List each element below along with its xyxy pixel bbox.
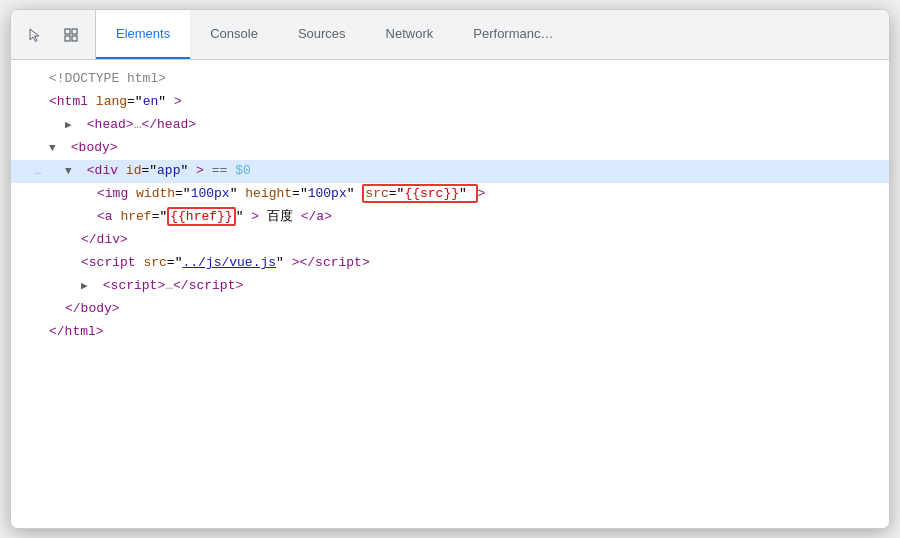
- tag-body-open: <body>: [71, 140, 118, 155]
- devtools-window: Elements Console Sources Network Perform…: [10, 9, 890, 529]
- code-line: <script src="../js/vue.js" ></script>: [11, 252, 889, 275]
- code-line: </body>: [11, 298, 889, 321]
- line-gutter: …: [19, 162, 49, 181]
- red-outline-href: {{href}}: [167, 207, 235, 226]
- triangle-right-icon[interactable]: ▶: [65, 116, 79, 135]
- cursor-icon: [27, 27, 43, 43]
- line-content: </body>: [49, 298, 881, 320]
- code-line: <html lang="en" >: [11, 91, 889, 114]
- tab-performance[interactable]: Performanc…: [453, 10, 573, 59]
- code-line: ▶ <head>…</head>: [11, 114, 889, 137]
- line-content: </div>: [49, 229, 881, 251]
- triangle-right-icon[interactable]: ▶: [81, 277, 95, 296]
- tab-elements[interactable]: Elements: [96, 10, 190, 59]
- tab-sources[interactable]: Sources: [278, 10, 366, 59]
- code-line: <!DOCTYPE html>: [11, 68, 889, 91]
- line-content: <a href="{{href}}" > 百度 </a>: [49, 206, 881, 228]
- doctype-text: <!DOCTYPE html>: [49, 71, 166, 86]
- line-content: ▼ <body>: [49, 137, 881, 159]
- line-content: ▶ <script>…</script>: [49, 275, 881, 297]
- tag-html-open: <html: [49, 94, 88, 109]
- attr-lang: lang: [96, 94, 127, 109]
- code-line: </html>: [11, 321, 889, 344]
- tag-div-open: <div: [87, 163, 118, 178]
- inspect-icon-button[interactable]: [57, 21, 85, 49]
- svg-rect-1: [65, 36, 70, 41]
- red-outline-src: src="{{src}}": [362, 184, 477, 203]
- line-content: <img width="100px" height="100px" src="{…: [49, 183, 881, 205]
- line-content: <html lang="en" >: [49, 91, 881, 113]
- code-line: ▶ <script>…</script>: [11, 275, 889, 298]
- cursor-icon-button[interactable]: [21, 21, 49, 49]
- tab-network[interactable]: Network: [366, 10, 454, 59]
- line-content: ▶ <head>…</head>: [49, 114, 881, 136]
- tag-head: <head>: [87, 117, 134, 132]
- code-area: <!DOCTYPE html> <html lang="en" > ▶ <hea…: [11, 60, 889, 528]
- line-content: <script src="../js/vue.js" ></script>: [49, 252, 881, 274]
- inspect-icon: [63, 27, 79, 43]
- code-line: ▼ <body>: [11, 137, 889, 160]
- line-content: ▼ <div id="app" > == $0: [49, 160, 881, 182]
- highlighted-code-line[interactable]: … ▼ <div id="app" > == $0: [11, 160, 889, 183]
- code-line: <img width="100px" height="100px" src="{…: [11, 183, 889, 206]
- svg-rect-3: [72, 36, 77, 41]
- svg-rect-0: [65, 29, 70, 34]
- triangle-down-icon[interactable]: ▼: [49, 139, 63, 158]
- tab-bar: Elements Console Sources Network Perform…: [11, 10, 889, 60]
- triangle-down-icon[interactable]: ▼: [65, 162, 79, 181]
- svg-rect-2: [72, 29, 77, 34]
- tag-html-close-bracket: >: [174, 94, 182, 109]
- tab-console[interactable]: Console: [190, 10, 278, 59]
- tab-icons: [11, 10, 96, 59]
- line-content: <!DOCTYPE html>: [49, 68, 881, 90]
- code-line: <a href="{{href}}" > 百度 </a>: [11, 206, 889, 229]
- line-content: </html>: [49, 321, 881, 343]
- code-line: </div>: [11, 229, 889, 252]
